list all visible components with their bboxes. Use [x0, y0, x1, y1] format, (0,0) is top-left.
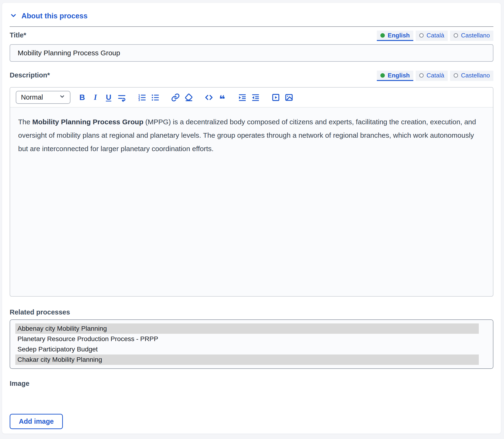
bold-button[interactable]: B	[77, 92, 87, 103]
radio-circle-icon	[454, 73, 458, 78]
radio-circle-icon	[419, 73, 424, 78]
chevron-down-icon	[59, 93, 65, 101]
title-input[interactable]	[10, 44, 493, 62]
italic-icon: I	[94, 93, 97, 102]
description-paragraph: The Mobility Planning Process Group (MPP…	[18, 115, 485, 155]
language-tab-catala[interactable]: Català	[416, 71, 448, 81]
title-language-tabs: English Català Castellano	[377, 31, 493, 41]
language-tab-label: Castellano	[461, 32, 490, 39]
language-tab-label: Català	[427, 32, 444, 39]
language-tab-label: English	[388, 72, 410, 79]
clear-formatting-button[interactable]	[184, 92, 193, 103]
language-tab-label: English	[388, 32, 410, 39]
link-button[interactable]	[171, 92, 180, 103]
section-title: About this process	[21, 12, 88, 20]
related-process-option[interactable]: Chakar city Mobility Planning	[15, 354, 479, 365]
underline-icon: U	[106, 93, 111, 102]
image-icon	[285, 93, 293, 102]
image-label: Image	[10, 380, 493, 388]
description-language-tabs: English Català Castellano	[377, 71, 493, 81]
bullet-list-button[interactable]	[151, 92, 160, 103]
video-icon	[271, 93, 280, 102]
insert-image-button[interactable]	[284, 92, 294, 103]
related-process-option[interactable]: Planetary Resource Production Process - …	[15, 334, 479, 344]
section-toggle-about-this-process[interactable]: About this process	[10, 12, 493, 20]
language-tab-label: Castellano	[461, 72, 490, 79]
ordered-list-icon: 1 2 3	[138, 93, 147, 102]
editor-toolbar: Normal B I U	[10, 87, 493, 108]
format-select-value: Normal	[21, 93, 43, 101]
radio-dot-icon	[380, 33, 385, 38]
soft-wrap-icon	[117, 93, 126, 102]
indent-icon	[238, 93, 247, 102]
about-process-form-card: About this process Title* English Català…	[2, 3, 501, 434]
related-process-option[interactable]: Abbenay city Mobility Planning	[15, 323, 479, 334]
embed-video-button[interactable]	[271, 92, 280, 103]
language-tab-catala[interactable]: Català	[416, 31, 448, 41]
description-editor-content[interactable]: The Mobility Planning Process Group (MPP…	[10, 108, 493, 296]
radio-circle-icon	[454, 33, 458, 38]
section-divider	[10, 26, 493, 27]
chevron-down-icon	[10, 12, 17, 20]
language-tab-english[interactable]: English	[377, 71, 413, 81]
related-processes-label: Related processes	[10, 308, 493, 316]
related-process-option[interactable]: Sedep Participatory Budget	[15, 344, 479, 354]
language-tab-label: Català	[427, 72, 444, 79]
italic-button[interactable]: I	[91, 92, 100, 103]
description-label: Description*	[10, 71, 50, 81]
link-icon	[171, 93, 180, 102]
add-image-button[interactable]: Add image	[10, 414, 63, 429]
code-icon	[204, 93, 213, 102]
quote-icon: ❝	[219, 93, 225, 101]
code-block-button[interactable]	[204, 92, 214, 103]
radio-dot-icon	[380, 73, 385, 78]
outdent-button[interactable]	[251, 92, 260, 103]
paragraph-format-select[interactable]: Normal	[16, 91, 70, 104]
indent-button[interactable]	[238, 92, 247, 103]
bold-icon: B	[79, 93, 85, 102]
ordered-list-button[interactable]: 1 2 3	[137, 92, 147, 103]
blockquote-button[interactable]: ❝	[217, 92, 227, 103]
language-tab-english[interactable]: English	[377, 31, 413, 41]
related-processes-list[interactable]: Abbenay city Mobility PlanningPlanetary …	[10, 319, 493, 369]
language-tab-castellano[interactable]: Castellano	[450, 31, 493, 41]
soft-wrap-button[interactable]	[117, 92, 126, 103]
title-label: Title*	[10, 31, 26, 41]
bullet-list-icon	[151, 93, 160, 102]
underline-button[interactable]: U	[104, 92, 113, 103]
radio-circle-icon	[419, 33, 424, 38]
eraser-icon	[184, 93, 193, 102]
language-tab-castellano[interactable]: Castellano	[450, 71, 493, 81]
description-editor: Normal B I U	[10, 87, 493, 297]
outdent-icon	[251, 93, 260, 102]
svg-text:3: 3	[138, 98, 140, 102]
